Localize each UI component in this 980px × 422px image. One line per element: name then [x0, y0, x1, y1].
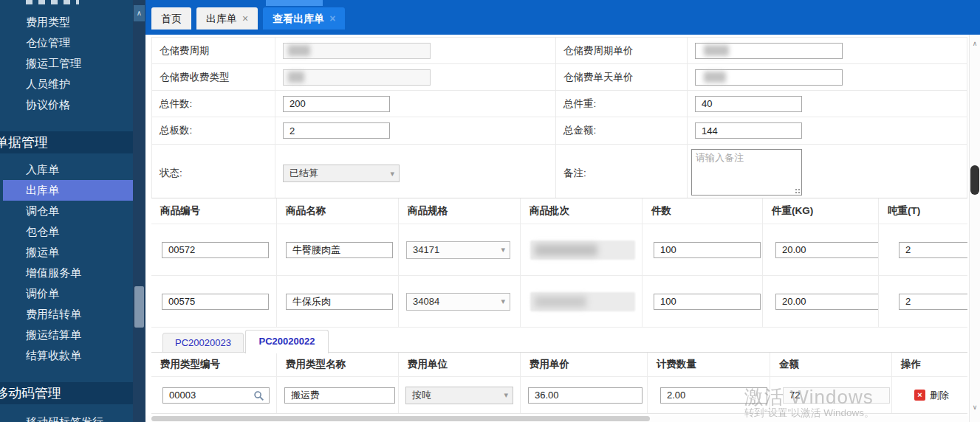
sidebar-item-settle-receipt[interactable]: 结算收款单	[26, 348, 81, 363]
total-amount-input[interactable]	[695, 122, 802, 139]
fee-table: 费用类型编号 费用类型名称 费用单位 费用单价 计费数量 金额 操作	[151, 352, 967, 414]
sidebar-scrollbar[interactable]: ∧	[133, 0, 145, 422]
chevron-down-icon: ▾	[504, 390, 508, 400]
field-label: 仓储费单天单价	[556, 64, 688, 90]
sidebar-scroll-up-icon[interactable]: ∧	[134, 5, 145, 21]
order-detail-form: 仓储费周期 仓储费周期单价	[151, 37, 967, 203]
status-select[interactable]: 已结算 ▾	[283, 165, 400, 182]
remark-textarea[interactable]	[691, 149, 802, 196]
product-qty-input[interactable]	[654, 242, 761, 258]
sidebar-item-mobile-code-label[interactable]: 移动码标签发行	[26, 415, 103, 422]
field-label: 总板数:	[152, 117, 275, 144]
app-window: 费用类型 仓位管理 搬运工管理 人员维护 协议价格 单据管理 入库单 出库单 调…	[0, 0, 980, 422]
storage-fee-charge-type-field[interactable]	[283, 69, 431, 86]
product-weight-input[interactable]	[775, 294, 879, 310]
sidebar-item-package-order[interactable]: 包仓单	[26, 224, 59, 239]
fee-tab-pc20020023[interactable]: PC20020023	[162, 333, 244, 353]
total-pallets-input[interactable]	[283, 122, 390, 139]
fee-name-input[interactable]	[284, 387, 395, 404]
fee-unit-value: 按吨	[412, 389, 504, 402]
col-header: 商品规格	[399, 198, 521, 224]
product-tonnage-input[interactable]	[899, 294, 967, 310]
chevron-down-icon: ▾	[501, 297, 505, 306]
chevron-down-icon: ▾	[390, 169, 394, 179]
tab-home[interactable]: 首页	[151, 7, 191, 30]
tab-view-outbound-label: 查看出库单	[273, 7, 324, 30]
sidebar-item-outbound-order[interactable]: 出库单	[26, 183, 59, 198]
sidebar-section-mobile-code[interactable]: 移动码管理	[0, 382, 133, 404]
redacted-value	[535, 244, 597, 256]
status-value: 已结算	[289, 167, 390, 180]
product-spec-select[interactable]: 34171 ▾	[406, 241, 510, 259]
product-row: 34171 ▾	[151, 224, 967, 276]
close-icon[interactable]: ×	[242, 13, 248, 24]
sidebar-item-handling-settle[interactable]: 搬运结算单	[26, 328, 81, 342]
sidebar-item-agreement-price[interactable]: 协议价格	[26, 97, 70, 112]
fee-row: 按吨 ▾ × 删除	[151, 377, 967, 414]
fee-price-input[interactable]	[528, 387, 643, 404]
fee-tab-pc20020022[interactable]: PC20020022	[245, 330, 329, 353]
fee-qty-input[interactable]	[660, 387, 767, 404]
sidebar-item-staff-maint[interactable]: 人员维护	[26, 77, 70, 91]
horizontal-scrollbar-thumb[interactable]	[151, 416, 650, 421]
storage-fee-period-price-field[interactable]	[695, 43, 843, 59]
main-area: 首页 出库单 × 查看出库单 × 仓储费周期	[145, 0, 980, 422]
product-spec-value: 34084	[413, 296, 501, 307]
product-name-input[interactable]	[286, 242, 393, 258]
content-panel: 仓储费周期 仓储费周期单价	[145, 35, 969, 415]
col-header: 吨重(T)	[879, 198, 967, 224]
top-tab-bar: 首页 出库单 × 查看出库单 ×	[145, 0, 980, 35]
search-icon[interactable]	[253, 390, 264, 404]
sidebar-item-porter-mgmt[interactable]: 搬运工管理	[26, 56, 81, 71]
field-label: 状态:	[152, 145, 275, 202]
scroll-up-icon[interactable]: ∧	[970, 38, 980, 49]
sidebar-item-fee-carryover[interactable]: 费用结转单	[26, 307, 81, 322]
sidebar-item-fee-type[interactable]: 费用类型	[26, 15, 70, 30]
sidebar-active-highlight	[3, 180, 133, 201]
sidebar-item-inbound-order[interactable]: 入库单	[26, 162, 59, 177]
product-code-input[interactable]	[162, 294, 269, 310]
storage-fee-charge-type-input[interactable]	[283, 69, 431, 86]
fee-unit-select[interactable]: 按吨 ▾	[405, 387, 513, 404]
col-header: 费用类型编号	[151, 353, 277, 376]
close-icon[interactable]: ×	[329, 13, 335, 24]
field-label: 仓储费周期	[152, 38, 275, 63]
product-spec-select[interactable]: 34084 ▾	[406, 293, 510, 311]
product-weight-input[interactable]	[775, 242, 879, 258]
col-header: 商品批次	[521, 198, 643, 224]
tab-view-outbound-order[interactable]: 查看出库单 ×	[263, 7, 345, 30]
fee-amount-input[interactable]	[783, 387, 890, 404]
col-header: 计费数量	[648, 353, 770, 376]
delete-label: 删除	[930, 389, 949, 402]
total-pieces-input[interactable]	[283, 96, 390, 112]
product-qty-input[interactable]	[654, 294, 761, 310]
total-weight-input[interactable]	[695, 96, 802, 112]
field-label: 备注:	[556, 145, 688, 202]
vertical-scrollbar-thumb[interactable]	[970, 165, 979, 195]
storage-fee-period-price-input[interactable]	[695, 43, 843, 59]
sidebar-section-orders[interactable]: 单据管理	[0, 131, 133, 153]
storage-fee-daily-price-input[interactable]	[695, 69, 843, 86]
tab-outbound-order[interactable]: 出库单 ×	[196, 7, 258, 30]
active-tab-glow	[266, 0, 323, 6]
sidebar-item-bin-mgmt[interactable]: 仓位管理	[26, 35, 70, 50]
delete-button[interactable]: × 删除	[914, 389, 949, 402]
sidebar-item-transfer-order[interactable]: 调仓单	[26, 204, 59, 218]
scroll-down-icon[interactable]: ∨	[970, 401, 980, 413]
storage-fee-period-input[interactable]	[283, 43, 431, 59]
product-tonnage-input[interactable]	[899, 242, 967, 258]
sidebar-scrollbar-thumb[interactable]	[134, 286, 144, 328]
storage-fee-period-field[interactable]	[283, 43, 431, 59]
product-name-input[interactable]	[286, 294, 393, 310]
storage-fee-daily-price-field[interactable]	[695, 69, 843, 86]
sidebar-item-handling-order[interactable]: 搬运单	[26, 245, 59, 260]
fee-table-header: 费用类型编号 费用类型名称 费用单位 费用单价 计费数量 金额 操作	[151, 353, 967, 377]
vertical-scrollbar[interactable]: ∧ ∨	[969, 35, 980, 422]
product-table-header: 商品编号 商品名称 商品规格 商品批次 件数 件重(KG) 吨重(T)	[151, 198, 967, 224]
product-code-input[interactable]	[162, 242, 269, 258]
sidebar-item-value-service[interactable]: 增值服务单	[26, 266, 81, 280]
horizontal-scrollbar[interactable]	[145, 415, 969, 422]
product-spec-value: 34171	[413, 244, 501, 255]
fee-code-field[interactable]	[162, 387, 270, 404]
sidebar-item-reprice-order[interactable]: 调价单	[26, 286, 59, 301]
